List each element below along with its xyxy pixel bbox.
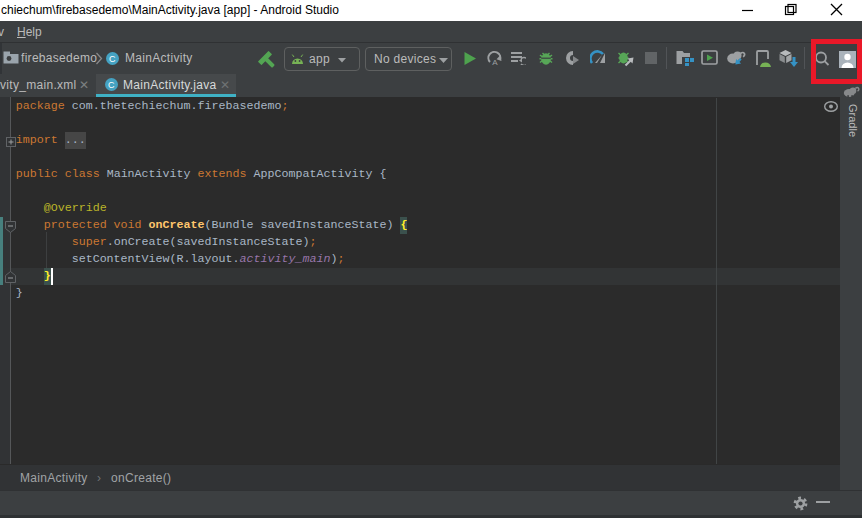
svg-text:C: C xyxy=(109,54,116,64)
svg-text:C: C xyxy=(108,80,115,90)
svg-text:A: A xyxy=(492,58,498,66)
